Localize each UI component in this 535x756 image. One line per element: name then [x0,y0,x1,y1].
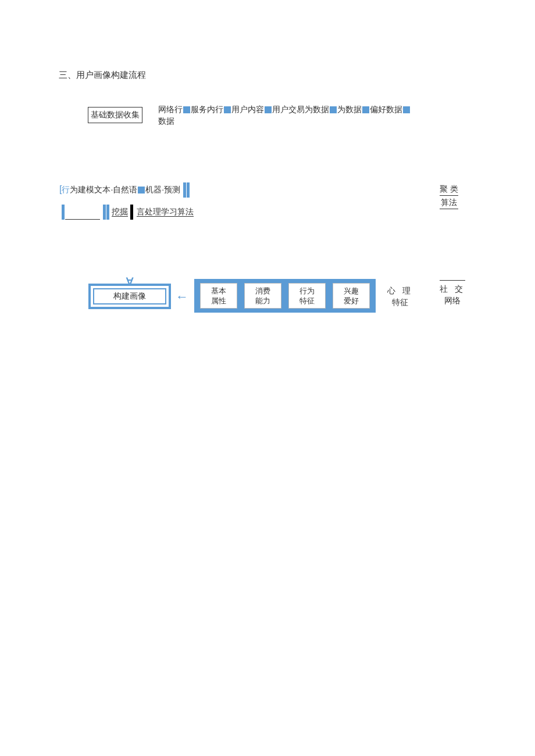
social2: 网络 [444,296,461,305]
tag-basic-attr: 基本属性 [200,283,237,309]
square-icon [403,106,410,113]
square-icon [138,187,145,194]
box-basic-data-collection: 基础数据收集 [88,107,142,123]
r1-line2: 数据 [158,116,174,126]
r1-c: 用户内容 [231,105,264,114]
r2-l2a: 挖掘 [112,207,128,217]
row2-line2: 挖掘 言处理学习算法 [61,205,194,220]
build-portrait-inner: 构建画像 [93,288,166,304]
vertical-bar-icon [187,182,190,198]
square-icon [224,106,231,113]
cluster1: 聚 类 [440,184,458,194]
cluster-label: 聚 类 算法 [440,182,458,209]
r1-f: 偏好数据 [370,105,402,114]
square-icon [330,106,337,113]
tag-interest: 兴趣爱好 [333,283,370,309]
row2-line1: [行为建模文本·自然语机器·预测 [59,182,190,198]
psych-label: 心 理 特征 [387,285,413,308]
square-icon [265,106,272,113]
cluster2: 算法 [440,195,458,209]
vertical-bar-icon [103,205,106,220]
section-title: 三、用户画像构建流程 [59,70,146,81]
vertical-bar-icon [62,205,65,220]
build-portrait-box: 构建画像 [88,284,171,309]
r2-b: 自然语 [113,185,137,194]
vertical-bar-icon [106,205,109,220]
social1: 社 交 [440,280,465,295]
psych1: 心 理 [387,286,413,295]
r2-a: 为建模文本 [70,185,110,194]
vertical-bar-icon [183,182,186,198]
build-label: 构建画像 [113,291,146,302]
square-icon [183,106,190,113]
r2-c: 机器 [145,185,162,194]
social-label: 社 交 网络 [440,280,465,306]
arrow-left-icon: ← [176,289,188,304]
attributes-group: 基本属性 消费能力 行为特征 兴趣爱好 [194,279,376,313]
r1-a: 网络行 [158,105,183,114]
square-icon [362,106,369,113]
r2-d: 预测 [164,185,180,194]
r2-l2b: 言处理学习算法 [137,207,194,217]
row1-text: 网络行服务内行用户内容用户交易为数据为数据偏好数据 数据 [158,103,411,127]
tag-behavior: 行为特征 [288,283,326,309]
r1-d: 用户交易为数据 [272,105,329,114]
tag-consume: 消费能力 [244,283,281,309]
r1-e: 为数据 [337,105,362,114]
psych2: 特征 [392,298,408,307]
underline [65,205,100,220]
vertical-bar-black-icon [130,205,133,220]
r1-b: 服务内行 [191,105,223,114]
